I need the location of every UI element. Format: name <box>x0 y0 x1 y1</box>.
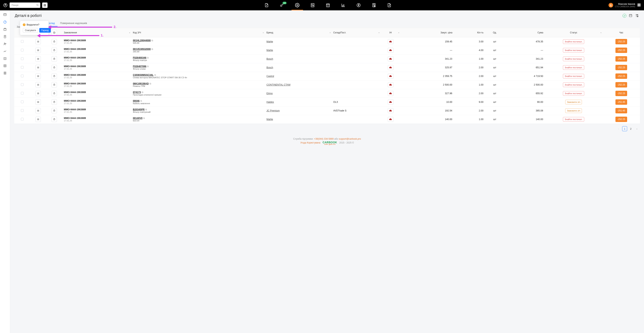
status-button[interactable]: Знайти постачал. <box>563 117 584 122</box>
status-button[interactable]: Знайти постачал. <box>563 91 584 96</box>
cloud-icon[interactable] <box>388 56 394 61</box>
part-code[interactable]: 074173 <box>133 91 141 94</box>
row-menu-icon[interactable] <box>36 91 41 96</box>
part-code[interactable]: F026407096 <box>133 65 146 68</box>
part-code[interactable]: B20345PR <box>133 108 144 111</box>
status-button[interactable]: Знайти постачал. <box>563 83 584 87</box>
sidebar-users-icon[interactable] <box>3 42 7 46</box>
dollar-icon[interactable] <box>356 3 361 8</box>
order-code[interactable]: MMO-9444-1963889 <box>64 56 130 59</box>
copy-icon[interactable]: ⧉ <box>140 100 142 102</box>
time-button[interactable]: -252:25 <box>616 91 627 96</box>
row-cart-icon[interactable] <box>52 56 57 62</box>
row-menu-icon[interactable] <box>36 56 41 62</box>
row-menu-icon[interactable] <box>36 108 41 113</box>
row-menu-icon[interactable] <box>36 82 41 88</box>
copy-icon[interactable]: ⧉ <box>142 91 143 94</box>
cloud-icon[interactable] <box>388 91 394 96</box>
user-block[interactable]: Максим Іванов CTO CARBOOK (9444) <box>608 3 635 8</box>
copy-icon[interactable]: ⧉ <box>152 39 153 42</box>
brand-link[interactable]: JC Premium <box>266 109 280 112</box>
row-checkbox[interactable] <box>21 92 24 95</box>
row-checkbox[interactable] <box>21 109 24 112</box>
doc-search-icon[interactable] <box>372 3 376 8</box>
status-button[interactable]: Знайти постачал. <box>563 57 584 61</box>
time-button[interactable]: -252:25 <box>616 74 627 79</box>
part-code[interactable]: 00140V0 <box>133 117 142 120</box>
page-next[interactable]: › <box>634 126 640 131</box>
brand-link[interactable]: Mahle <box>266 49 273 52</box>
row-cart-icon[interactable] <box>52 65 57 70</box>
time-button[interactable]: -252:25 <box>616 56 627 62</box>
sidebar-dashboard-icon[interactable] <box>3 13 7 17</box>
row-menu-icon[interactable] <box>36 39 41 44</box>
copy-icon[interactable]: ⧉ <box>154 74 156 76</box>
order-code[interactable]: MMO-9444-1963889 <box>64 48 130 51</box>
footer-email[interactable]: support@carbook.pro <box>339 138 361 140</box>
brand-link[interactable]: CONTINENTAL CTAM <box>266 84 290 86</box>
row-cart-icon[interactable] <box>52 108 57 113</box>
row-cart-icon[interactable] <box>52 91 57 96</box>
page-prev[interactable]: ‹ <box>616 126 621 131</box>
row-checkbox[interactable] <box>21 57 24 60</box>
cloud-icon[interactable] <box>388 65 394 70</box>
time-button[interactable]: -252:25 <box>616 82 627 88</box>
brand-link[interactable]: Mahle <box>266 40 273 43</box>
row-checkbox[interactable] <box>21 49 24 51</box>
part-code[interactable]: F026400346 <box>133 56 146 59</box>
time-button[interactable]: -252:25 <box>616 65 627 70</box>
row-checkbox[interactable] <box>21 66 24 69</box>
copy-icon[interactable]: ⧉ <box>147 65 149 68</box>
row-cart-icon[interactable] <box>52 39 57 44</box>
page-1[interactable]: 1 <box>622 126 627 131</box>
brand-link[interactable]: Bosch <box>266 66 273 69</box>
order-code[interactable]: MMO-9444-1963889 <box>64 108 130 111</box>
tab-returns[interactable]: Повернення надлишків <box>58 20 90 27</box>
order-code[interactable]: MMO-9444-1963889 <box>64 74 130 76</box>
filter-icon[interactable]: ▾ <box>452 32 453 34</box>
apps-icon[interactable] <box>637 3 641 8</box>
row-checkbox[interactable] <box>21 118 24 120</box>
brand-link[interactable]: Haldex <box>266 101 274 103</box>
filter-icon[interactable]: ▾ <box>129 32 130 34</box>
cloud-icon[interactable] <box>388 39 394 44</box>
time-button[interactable]: -252:25 <box>616 117 627 122</box>
part-code[interactable]: 00046 <box>133 100 140 102</box>
row-cart-icon[interactable] <box>52 117 57 122</box>
cloud-icon[interactable] <box>388 117 394 122</box>
cloud-icon[interactable] <box>388 100 394 105</box>
sidebar-trend-icon[interactable] <box>3 50 7 53</box>
brand-link[interactable]: Mahle <box>266 118 273 121</box>
logo-icon[interactable] <box>3 3 8 8</box>
brand-link[interactable]: Castrol <box>266 75 274 78</box>
bank-button[interactable] <box>42 3 48 8</box>
filter-icon[interactable]: ▾ <box>542 32 544 34</box>
filter-icon[interactable]: ▾ <box>398 32 399 34</box>
brand-link[interactable]: Bosch <box>266 58 273 60</box>
status-button[interactable]: Знайти постачал. <box>563 65 584 70</box>
copy-icon[interactable]: ⧉ <box>147 56 149 59</box>
sort-icon[interactable]: AZ <box>635 14 640 18</box>
row-menu-icon[interactable] <box>36 99 41 105</box>
check-circle-icon[interactable] <box>622 14 626 18</box>
sliders-icon[interactable] <box>310 3 315 8</box>
order-code[interactable]: MMO-9444-1963889 <box>64 117 130 120</box>
status-button[interactable]: Знайти постачал. <box>563 39 584 44</box>
time-button[interactable]: -252:25 <box>616 48 627 53</box>
copy-icon[interactable]: ⧉ <box>143 117 145 120</box>
part-code[interactable]: 06K109158AD <box>133 82 149 85</box>
row-checkbox[interactable] <box>21 101 24 103</box>
ok-button[interactable]: Гаразд <box>39 28 51 33</box>
footer-agreement[interactable]: Угода Користувача <box>300 141 320 144</box>
order-code[interactable]: MMO-9444-1963889 <box>64 65 130 68</box>
page-2[interactable]: 2 <box>628 126 633 131</box>
order-code[interactable]: MMO-9444-1963889 <box>64 39 130 42</box>
row-checkbox[interactable] <box>21 83 24 86</box>
row-menu-icon[interactable] <box>36 48 41 53</box>
doc-export-icon[interactable] <box>387 3 392 8</box>
copy-icon[interactable]: ⧉ <box>150 82 151 85</box>
copy-icon[interactable]: ⧉ <box>145 108 147 111</box>
copy-icon[interactable]: ⧉ <box>152 48 153 51</box>
status-button[interactable]: Замовити з/ч <box>565 100 582 104</box>
row-cart-icon[interactable] <box>52 82 57 88</box>
